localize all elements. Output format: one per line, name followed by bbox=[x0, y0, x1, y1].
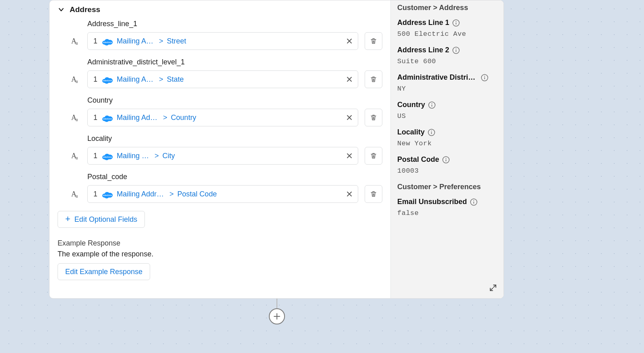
info-icon[interactable] bbox=[452, 19, 460, 27]
svg-text:salesforce: salesforce bbox=[103, 79, 112, 82]
svg-text:salesforce: salesforce bbox=[103, 194, 112, 196]
edit-example-response-button[interactable]: Edit Example Response bbox=[58, 263, 150, 280]
info-value: New York bbox=[397, 140, 495, 147]
mapping-separator: > bbox=[155, 37, 165, 45]
mapping-input[interactable]: 1 salesforce Mailing Ad… > Country bbox=[87, 109, 358, 126]
info-icon[interactable] bbox=[428, 101, 436, 109]
expand-icon[interactable] bbox=[488, 283, 498, 293]
svg-rect-27 bbox=[456, 23, 456, 25]
mapping-index: 1 bbox=[93, 75, 97, 84]
field-row: Aa 1 salesforce Mailing Ad… > Country bbox=[71, 109, 382, 126]
info-label: Postal Code bbox=[397, 155, 439, 164]
text-type-icon: Aa bbox=[71, 152, 81, 160]
svg-point-35 bbox=[431, 103, 432, 104]
svg-point-44 bbox=[473, 200, 474, 201]
mapping-separator: > bbox=[165, 190, 176, 198]
info-item: Administrative Distric… NY bbox=[397, 73, 495, 93]
mapping-index: 1 bbox=[93, 37, 97, 45]
delete-button[interactable] bbox=[365, 32, 382, 50]
mapping-target: Country bbox=[171, 114, 196, 122]
clear-icon[interactable] bbox=[345, 113, 354, 122]
left-pane: Address Address_line_1 Aa 1 salesforce M… bbox=[50, 0, 390, 298]
info-icon[interactable] bbox=[428, 129, 435, 136]
svg-text:salesforce: salesforce bbox=[103, 156, 112, 158]
text-type-icon: Aa bbox=[71, 37, 81, 45]
svg-rect-33 bbox=[484, 77, 485, 79]
edit-optional-label: Edit Optional Fields bbox=[74, 215, 137, 224]
text-type-icon: Aa bbox=[71, 75, 81, 84]
mapping-source: Mailing A… bbox=[117, 37, 153, 45]
info-icon[interactable] bbox=[481, 74, 488, 81]
breadcrumb-address: Customer > Address bbox=[397, 4, 495, 12]
info-item: Address Line 1 500 Electric Ave bbox=[397, 19, 495, 38]
mapping-separator: > bbox=[159, 114, 169, 122]
info-value: NY bbox=[397, 85, 495, 93]
clear-icon[interactable] bbox=[345, 190, 354, 198]
field-block: Postal_code Aa 1 salesforce Mailing Addr… bbox=[87, 173, 382, 203]
mapping-input[interactable]: 1 salesforce Mailing A… > Street bbox=[87, 32, 358, 50]
info-label: Email Unsubscribed bbox=[397, 198, 467, 206]
svg-rect-30 bbox=[456, 50, 456, 52]
mapping-target: Street bbox=[167, 37, 186, 45]
info-value: US bbox=[397, 112, 495, 120]
chevron-down-icon bbox=[58, 6, 65, 13]
mapping-input[interactable]: 1 salesforce Mailing Addr… > Postal Code bbox=[87, 185, 358, 203]
info-item: Postal Code 10003 bbox=[397, 155, 495, 175]
info-label: Address Line 2 bbox=[397, 46, 449, 54]
info-value: 500 Electric Ave bbox=[397, 30, 495, 38]
field-row: Aa 1 salesforce Mailing Addr… > Postal C… bbox=[71, 185, 382, 203]
right-pane: Customer > Address Address Line 1 500 El… bbox=[390, 0, 504, 298]
info-label: Country bbox=[397, 101, 425, 109]
svg-point-38 bbox=[431, 130, 432, 131]
field-block: Administrative_district_level_1 Aa 1 sal… bbox=[87, 58, 382, 88]
clear-icon[interactable] bbox=[345, 151, 354, 160]
info-item: Email Unsubscribed false bbox=[397, 198, 495, 217]
mapping-input[interactable]: 1 salesforce Mailing A… > State bbox=[87, 70, 358, 88]
mapping-target: State bbox=[167, 75, 184, 84]
info-item: Address Line 2 Suite 600 bbox=[397, 46, 495, 65]
clear-icon[interactable] bbox=[345, 75, 354, 84]
text-type-icon: Aa bbox=[71, 114, 81, 122]
mapping-index: 1 bbox=[93, 190, 97, 198]
mapping-separator: > bbox=[151, 152, 161, 160]
info-icon[interactable] bbox=[470, 198, 477, 206]
field-label: Address_line_1 bbox=[87, 20, 382, 28]
svg-rect-39 bbox=[431, 132, 432, 134]
svg-point-29 bbox=[456, 48, 456, 49]
node-connector bbox=[277, 299, 277, 308]
info-value: false bbox=[397, 209, 495, 217]
field-row: Aa 1 salesforce Mailing A… > State bbox=[71, 70, 382, 88]
mapping-source: Mailing … bbox=[117, 152, 149, 160]
delete-button[interactable] bbox=[365, 185, 382, 203]
example-response-block: Example Response The example of the resp… bbox=[58, 239, 382, 280]
plus-icon bbox=[272, 312, 281, 321]
section-header[interactable]: Address bbox=[58, 5, 382, 14]
clear-icon[interactable] bbox=[345, 37, 354, 45]
mapping-source: Mailing A… bbox=[117, 75, 153, 84]
svg-point-32 bbox=[484, 76, 485, 76]
svg-rect-36 bbox=[431, 105, 432, 107]
field-label: Locality bbox=[87, 134, 382, 143]
info-label: Address Line 1 bbox=[397, 19, 449, 27]
plus-icon: + bbox=[65, 215, 70, 223]
info-item: Locality New York bbox=[397, 128, 495, 147]
salesforce-icon: salesforce bbox=[101, 114, 114, 122]
svg-rect-45 bbox=[473, 202, 474, 204]
mapping-source: Mailing Ad… bbox=[117, 114, 157, 122]
add-node-button[interactable] bbox=[269, 308, 285, 324]
salesforce-icon: salesforce bbox=[101, 153, 114, 161]
delete-button[interactable] bbox=[365, 70, 382, 88]
edit-optional-fields-button[interactable]: + Edit Optional Fields bbox=[58, 211, 145, 228]
info-label: Administrative Distric… bbox=[397, 73, 478, 82]
info-icon[interactable] bbox=[452, 47, 460, 54]
info-icon[interactable] bbox=[442, 156, 450, 163]
field-row: Aa 1 salesforce Mailing … > City bbox=[71, 147, 382, 165]
delete-button[interactable] bbox=[365, 109, 382, 126]
mapping-input[interactable]: 1 salesforce Mailing … > City bbox=[87, 147, 358, 165]
salesforce-icon: salesforce bbox=[101, 76, 114, 84]
mapping-target: City bbox=[163, 152, 175, 160]
svg-text:salesforce: salesforce bbox=[103, 118, 112, 120]
svg-text:salesforce: salesforce bbox=[103, 41, 112, 43]
delete-button[interactable] bbox=[365, 147, 382, 165]
mapping-separator: > bbox=[155, 75, 165, 84]
